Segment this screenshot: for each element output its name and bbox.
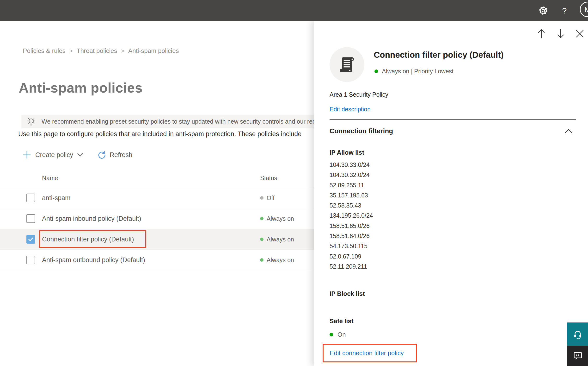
flyout-title: Connection filter policy (Default) xyxy=(374,50,575,60)
feedback-chat-icon xyxy=(572,351,583,361)
section-title: Connection filtering xyxy=(330,127,393,135)
command-bar: Create policy Refresh xyxy=(23,148,132,162)
security-center-screen: ? M Policies & rules > Threat policies >… xyxy=(0,0,588,366)
ip-entry: 134.195.26.0/24 xyxy=(330,210,373,221)
policy-name[interactable]: anti-spam xyxy=(42,194,71,201)
breadcrumb-anti-spam-policies: Anti-spam policies xyxy=(128,47,179,55)
breadcrumb: Policies & rules > Threat policies > Ant… xyxy=(23,47,179,55)
page-title: Anti-spam policies xyxy=(19,80,143,96)
status-label: Off xyxy=(267,194,275,201)
ip-entry: 104.30.32.0/24 xyxy=(330,170,373,180)
annotation-highlight-box: Edit connection filter policy xyxy=(323,344,417,362)
status-dot-on xyxy=(260,258,264,262)
row-checkbox-checked[interactable] xyxy=(26,235,35,244)
ip-entry: 52.89.255.11 xyxy=(330,180,373,190)
status-dot-off xyxy=(260,196,264,200)
ip-entry: 52.58.35.43 xyxy=(330,200,373,210)
arrow-down-icon xyxy=(556,28,565,39)
status-dot-on xyxy=(260,217,264,220)
avatar-initial: M xyxy=(585,5,588,14)
flyout-navigation xyxy=(537,28,584,39)
breadcrumb-separator: > xyxy=(69,48,73,54)
close-icon xyxy=(575,28,584,39)
previous-item-button[interactable] xyxy=(537,28,546,39)
safe-list-title: Safe list xyxy=(330,317,353,325)
help-button[interactable]: ? xyxy=(557,0,572,21)
policy-name[interactable]: Connection filter policy (Default) xyxy=(42,236,134,243)
top-app-bar: ? M xyxy=(0,0,588,21)
refresh-button[interactable]: Refresh xyxy=(97,150,132,160)
gear-icon xyxy=(538,5,549,16)
settings-button[interactable] xyxy=(536,0,551,21)
chevron-down-icon xyxy=(77,153,83,157)
column-header-status[interactable]: Status xyxy=(260,175,277,182)
headset-icon xyxy=(572,329,583,340)
edit-description-link[interactable]: Edit description xyxy=(330,106,371,113)
breadcrumb-policies-rules[interactable]: Policies & rules xyxy=(23,47,66,55)
ip-entry: 52.11.209.211 xyxy=(330,261,373,272)
ip-entry: 104.30.33.0/24 xyxy=(330,160,373,170)
status-label: Always on xyxy=(267,215,294,222)
breadcrumb-threat-policies[interactable]: Threat policies xyxy=(77,47,117,55)
policy-description: Area 1 Security Policy xyxy=(330,91,388,98)
arrow-up-icon xyxy=(537,28,546,39)
edit-connection-filter-policy-link[interactable]: Edit connection filter policy xyxy=(330,349,404,357)
support-button[interactable] xyxy=(567,322,588,346)
scroll-policy-icon xyxy=(338,55,356,74)
ip-entry: 158.51.65.0/26 xyxy=(330,221,373,231)
status-dot-always-on xyxy=(375,69,378,73)
ip-entry: 52.0.67.109 xyxy=(330,251,373,261)
breadcrumb-separator: > xyxy=(121,48,125,54)
ip-block-list-title: IP Block list xyxy=(330,290,365,297)
page-intro-text: Use this page to configure policies that… xyxy=(18,130,301,138)
policy-details-flyout: Connection filter policy (Default) Alway… xyxy=(314,21,588,366)
row-checkbox[interactable] xyxy=(26,256,35,264)
policy-icon-circle xyxy=(330,47,364,82)
status-priority-text: Always on | Priority Lowest xyxy=(382,68,454,75)
connection-filtering-section-header[interactable]: Connection filtering xyxy=(330,127,576,135)
safe-list-status-label: On xyxy=(338,331,346,338)
safe-list-status: On xyxy=(330,331,346,338)
policy-name[interactable]: Anti-spam outbound policy (Default) xyxy=(42,256,145,264)
create-policy-label: Create policy xyxy=(35,151,73,159)
create-policy-button[interactable]: Create policy xyxy=(23,151,83,159)
status-dot-safe-list-on xyxy=(330,333,333,336)
plus-icon xyxy=(23,151,31,159)
flyout-status-line: Always on | Priority Lowest xyxy=(375,68,454,75)
check-icon xyxy=(28,236,34,242)
close-flyout-button[interactable] xyxy=(575,28,584,39)
collapse-section-button[interactable] xyxy=(565,129,573,134)
lightbulb-icon xyxy=(26,116,36,127)
help-icon: ? xyxy=(562,6,567,15)
feedback-button[interactable] xyxy=(567,346,588,366)
row-checkbox[interactable] xyxy=(26,194,35,202)
ip-entry: 54.173.50.115 xyxy=(330,241,373,251)
ip-entry: 158.51.64.0/26 xyxy=(330,231,373,241)
column-header-name[interactable]: Name xyxy=(42,175,58,182)
ip-allow-list: 104.30.33.0/24104.30.32.0/2452.89.255.11… xyxy=(330,160,373,272)
section-divider xyxy=(330,119,576,120)
account-avatar[interactable]: M xyxy=(580,2,588,17)
status-dot-on xyxy=(260,238,264,241)
next-item-button[interactable] xyxy=(556,28,565,39)
policy-name[interactable]: Anti-spam inbound policy (Default) xyxy=(42,215,141,222)
refresh-label: Refresh xyxy=(110,151,132,159)
banner-text: We recommend enabling preset security po… xyxy=(42,118,332,125)
refresh-icon xyxy=(97,150,106,160)
status-label: Always on xyxy=(267,236,294,243)
status-label: Always on xyxy=(267,256,294,263)
ip-allow-list-title: IP Allow list xyxy=(330,149,364,156)
chevron-up-icon xyxy=(565,129,573,133)
ip-entry: 35.157.195.63 xyxy=(330,190,373,200)
row-checkbox[interactable] xyxy=(26,214,35,223)
